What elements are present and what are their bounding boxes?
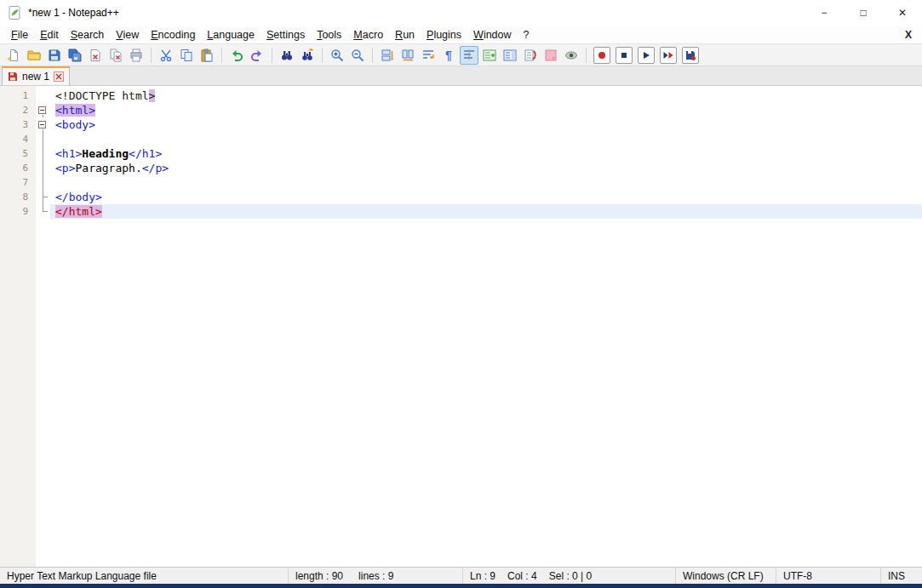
post-it-icon[interactable] [541,46,560,65]
fold-marker[interactable] [36,117,50,132]
word-wrap-icon[interactable] [419,46,438,65]
copy-icon[interactable] [177,46,196,65]
line-number: 5 [0,146,36,161]
line-number: 1 [0,88,36,103]
fold-margin[interactable] [36,86,50,567]
find-icon[interactable] [278,46,296,65]
cut-icon[interactable] [157,46,175,65]
fold-marker [36,132,50,146]
menu-run[interactable]: Run [389,27,421,43]
menu-bar: File Edit Search View Encoding Language … [0,26,922,43]
status-lines: lines : 9 [358,570,393,582]
code-line[interactable]: <!DOCTYPE html> [50,88,922,103]
fold-marker [36,161,50,175]
macro-record-icon[interactable] [593,47,610,64]
fold-marker [36,190,50,204]
line-number: 4 [0,132,36,146]
window-titlebar: *new 1 - Notepad++ − □ ✕ [0,0,922,26]
window-title: *new 1 - Notepad++ [28,7,119,19]
toolbar-separator [272,48,272,63]
status-encoding[interactable]: UTF-8 [776,568,881,584]
save-all-icon[interactable] [66,46,84,65]
code-area[interactable]: <!DOCTYPE html><html><body><h1>Heading</… [50,86,922,567]
code-line[interactable]: </html> [50,204,922,219]
code-line[interactable]: <p>Paragraph.</p> [50,161,922,175]
document-map-icon[interactable] [501,46,519,65]
menu-help[interactable]: ? [518,27,535,43]
menu-window[interactable]: Window [467,27,517,43]
redo-icon[interactable] [248,46,266,65]
close-button[interactable]: ✕ [883,0,922,26]
code-line[interactable]: </body> [50,190,922,204]
macro-stop-icon[interactable] [616,47,633,64]
toolbar-separator [322,48,323,63]
status-length: length : 90 [295,570,343,582]
line-number: 7 [0,175,36,190]
status-column: Col : 4 [507,570,537,582]
toolbar-separator [221,48,222,63]
tab-label: new 1 [22,71,49,83]
macro-save-icon[interactable] [682,47,699,64]
zoom-in-icon[interactable] [328,46,346,65]
close-all-documents-icon[interactable] [106,46,125,65]
show-all-characters-icon[interactable]: ¶ [439,46,458,65]
menu-macro[interactable]: Macro [347,27,389,43]
toolbar-separator [151,48,152,63]
status-cursor-position[interactable]: Ln : 9 Col : 4 Sel : 0 | 0 [463,568,676,584]
menu-tools[interactable]: Tools [311,27,347,43]
window-bottom-edge [0,584,922,588]
sync-vertical-scrolling-icon[interactable] [378,46,397,65]
fold-marker [36,175,50,190]
menu-encoding[interactable]: Encoding [145,27,201,43]
sync-horizontal-scrolling-icon[interactable] [398,46,417,65]
menu-search[interactable]: Search [65,27,111,43]
undo-icon[interactable] [227,46,246,65]
menu-view[interactable]: View [110,27,145,43]
paste-icon[interactable] [198,46,216,65]
status-typing-mode[interactable]: INS [881,568,922,584]
save-icon[interactable] [45,46,64,65]
code-line[interactable]: <html> [50,103,922,117]
monitoring-icon[interactable] [562,46,581,65]
close-document-x-button[interactable]: X [905,29,922,41]
tab-close-icon[interactable] [54,71,64,82]
zoom-out-icon[interactable] [348,46,367,65]
open-folder-icon[interactable] [25,46,43,65]
menu-language[interactable]: Language [201,27,261,43]
code-line[interactable]: <body> [50,117,922,132]
status-line: Ln : 9 [470,570,495,582]
status-selection: Sel : 0 | 0 [549,570,592,582]
status-length-lines[interactable]: length : 90 lines : 9 [289,568,463,584]
menu-edit[interactable]: Edit [34,27,65,43]
close-document-icon[interactable] [86,46,105,65]
code-line[interactable] [50,175,922,190]
code-line[interactable] [50,132,922,146]
document-list-icon[interactable] [521,46,540,65]
print-icon[interactable] [127,46,146,65]
line-number: 6 [0,161,36,175]
macro-run-multiple-icon[interactable] [660,47,677,64]
notepadpp-logo-icon [7,5,22,20]
menu-plugins[interactable]: Plugins [421,27,467,43]
status-doc-type[interactable]: Hyper Text Markup Language file [0,568,289,584]
line-number: 8 [0,190,36,204]
tab-new-1[interactable]: new 1 [2,66,70,85]
show-indent-guide-icon[interactable] [460,46,478,65]
tab-bar: new 1 [0,66,922,85]
replace-icon[interactable] [298,46,317,65]
menu-file[interactable]: File [5,27,34,43]
fold-marker[interactable] [36,103,50,117]
minimize-button[interactable]: − [805,0,844,26]
toolbar: ¶ [0,43,922,66]
macro-play-icon[interactable] [638,47,655,64]
code-line[interactable]: <h1>Heading</h1> [50,146,922,161]
line-number-margin[interactable]: 123456789 [0,86,36,567]
window-controls: − □ ✕ [805,0,922,26]
new-file-icon[interactable] [4,46,23,65]
status-eol-format[interactable]: Windows (CR LF) [676,568,776,584]
menu-settings[interactable]: Settings [261,27,311,43]
text-editor[interactable]: 123456789 <!DOCTYPE html><html><body><h1… [0,85,922,567]
function-list-icon[interactable] [480,46,499,65]
maximize-button[interactable]: □ [844,0,883,26]
toolbar-separator [586,48,587,63]
